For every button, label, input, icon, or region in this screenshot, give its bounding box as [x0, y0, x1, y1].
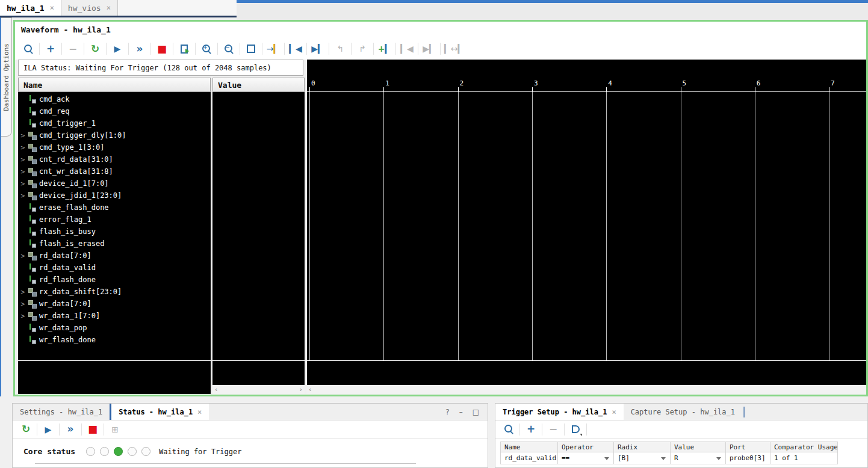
expand-chevron-icon[interactable]: >: [18, 192, 28, 199]
zoom-in-icon[interactable]: +: [199, 41, 214, 57]
status-panel: Settings - hw_ila_1Status - hw_ila_1× ?–…: [12, 403, 488, 468]
dropdown-caret-icon: [661, 457, 666, 460]
trigger-toolbar: +−: [495, 420, 867, 439]
ruler-tick-label: 6: [757, 79, 761, 87]
close-icon[interactable]: ×: [50, 4, 54, 12]
ruler-tick: [606, 87, 607, 92]
goto-end-icon[interactable]: ▶▎: [311, 41, 325, 57]
toolbar-separator: [542, 423, 542, 436]
signal-row[interactable]: >cmd_trigger_dly[1:0]: [18, 129, 211, 141]
expand-chevron-icon[interactable]: >: [18, 253, 28, 259]
scroll-left-icon[interactable]: ‹: [309, 386, 311, 393]
value-column-header[interactable]: Value: [212, 78, 305, 92]
run-trigger-icon[interactable]: ↻: [88, 41, 102, 57]
zoom-fit-icon[interactable]: [244, 41, 258, 57]
add-marker-icon[interactable]: +▎: [377, 41, 392, 57]
value-column-scrollbar[interactable]: ‹ ›: [212, 385, 305, 394]
signal-row[interactable]: >device_jdid_1[23:0]: [18, 189, 211, 202]
scroll-left-icon[interactable]: ‹: [215, 386, 217, 393]
radix-dropdown[interactable]: [B]: [614, 452, 671, 464]
export-ila-data-icon[interactable]: [177, 41, 191, 57]
ruler-tick: [829, 87, 829, 92]
bit-signal-icon: [28, 239, 36, 248]
close-icon[interactable]: ×: [197, 408, 202, 416]
signal-row[interactable]: >cmd_type_1[3:0]: [18, 141, 211, 153]
search-icon[interactable]: [501, 422, 516, 437]
search-icon[interactable]: [21, 41, 36, 57]
value-dropdown[interactable]: R: [671, 452, 726, 464]
signal-row[interactable]: >device_id_1[7:0]: [18, 177, 211, 189]
expand-chevron-icon[interactable]: >: [18, 313, 28, 319]
toolbar-separator: [173, 43, 173, 55]
remove-probe-condition-icon: −: [546, 422, 560, 437]
signal-row[interactable]: >cnt_rd_data[31:0]: [18, 153, 211, 165]
signal-name: cnt_rd_data[31:0]: [39, 155, 113, 164]
dashboard-options-tab[interactable]: Dashboard Options: [1, 17, 12, 137]
tab-Capture Setup - hw_ila_1[interactable]: Capture Setup - hw_ila_1: [624, 404, 742, 420]
add-probe-condition-icon[interactable]: +: [524, 422, 538, 437]
auto-retrigger-icon[interactable]: »: [132, 41, 147, 57]
signal-row[interactable]: >cnt_wr_data[31:8]: [18, 165, 211, 177]
trigger-condition-gate-icon[interactable]: [568, 422, 583, 437]
dropdown-caret-icon: [716, 457, 721, 460]
signal-row[interactable]: error_flag_1: [18, 214, 211, 226]
signal-row[interactable]: rd_flash_done: [18, 274, 211, 286]
run-trigger-icon[interactable]: ↻: [19, 422, 33, 437]
signal-row[interactable]: >rd_data[7:0]: [18, 250, 211, 262]
close-icon[interactable]: ×: [612, 408, 616, 416]
expand-chevron-icon[interactable]: >: [18, 144, 28, 151]
ruler-tick-label: 5: [683, 79, 687, 87]
stop-trigger-icon[interactable]: ■: [85, 422, 100, 437]
document-tab-hw_vios[interactable]: hw_vios×: [61, 0, 118, 16]
zoom-out-icon[interactable]: −: [222, 41, 236, 57]
expand-chevron-icon[interactable]: >: [18, 168, 28, 175]
signal-row[interactable]: wr_data_pop: [18, 322, 211, 334]
goto-trigger-icon[interactable]: →▎: [266, 41, 281, 57]
run-trigger-immediate-icon[interactable]: ▶: [110, 41, 125, 57]
tab-Settings - hw_ila_1[interactable]: Settings - hw_ila_1: [13, 404, 110, 420]
signal-row[interactable]: flash_is_erased: [18, 238, 211, 250]
add-probes-icon[interactable]: +: [43, 41, 58, 57]
document-tab-label: hw_vios: [68, 4, 101, 13]
stop-trigger-icon[interactable]: ■: [155, 41, 169, 57]
toolbar-separator: [39, 43, 40, 55]
expand-chevron-icon[interactable]: >: [18, 132, 28, 139]
trigger-table-row[interactable]: rd_data_valid==[B]Rprobe0[3]1 of 1: [500, 452, 838, 464]
signal-name: rd_data_valid: [39, 263, 96, 272]
toolbar-separator: [519, 423, 520, 436]
operator-dropdown[interactable]: ==: [558, 452, 614, 464]
expand-chevron-icon[interactable]: >: [18, 180, 28, 187]
signal-row[interactable]: rd_data_valid: [18, 262, 211, 274]
signal-row[interactable]: >wr_data[7:0]: [18, 298, 211, 310]
help-icon[interactable]: ?: [445, 408, 449, 416]
signal-row[interactable]: erase_flash_done: [18, 202, 211, 214]
bit-signal-icon: [28, 107, 36, 115]
scroll-right-icon[interactable]: ›: [300, 386, 302, 393]
goto-start-icon[interactable]: ▎◀: [288, 41, 303, 57]
column-header-radix: Radix: [614, 442, 671, 452]
float-icon[interactable]: □: [473, 408, 479, 416]
expand-chevron-icon[interactable]: >: [18, 156, 28, 163]
signal-row[interactable]: cmd_req: [18, 105, 211, 117]
tab-Trigger Setup - hw_ila_1[interactable]: Trigger Setup - hw_ila_1×: [495, 404, 624, 420]
grid-line: [606, 92, 607, 360]
column-header-value: Value: [671, 442, 726, 452]
name-column-header[interactable]: Name: [18, 78, 211, 92]
waveform-scrollbar[interactable]: ‹: [306, 385, 866, 394]
signal-row[interactable]: >rx_data_shift[23:0]: [18, 286, 211, 298]
expand-chevron-icon[interactable]: >: [18, 301, 28, 307]
signal-row[interactable]: flash_is_busy: [18, 226, 211, 238]
run-trigger-immediate-icon[interactable]: ▶: [41, 422, 55, 437]
signal-row[interactable]: cmd_trigger_1: [18, 117, 211, 129]
signal-row[interactable]: >wr_data_1[7:0]: [18, 310, 211, 322]
signal-row[interactable]: cmd_ack: [18, 93, 211, 105]
waveform-plot-area[interactable]: 01234567: [306, 60, 866, 385]
tab-Status - hw_ila_1[interactable]: Status - hw_ila_1×: [110, 404, 209, 420]
auto-retrigger-icon[interactable]: »: [63, 422, 78, 437]
close-icon[interactable]: ×: [107, 4, 111, 12]
ruler-tick: [383, 87, 384, 92]
document-tab-hw_ila_1[interactable]: hw_ila_1×: [0, 0, 61, 16]
minimize-icon[interactable]: –: [459, 408, 463, 416]
expand-chevron-icon[interactable]: >: [18, 289, 28, 295]
signal-row[interactable]: wr_flash_done: [18, 334, 211, 346]
